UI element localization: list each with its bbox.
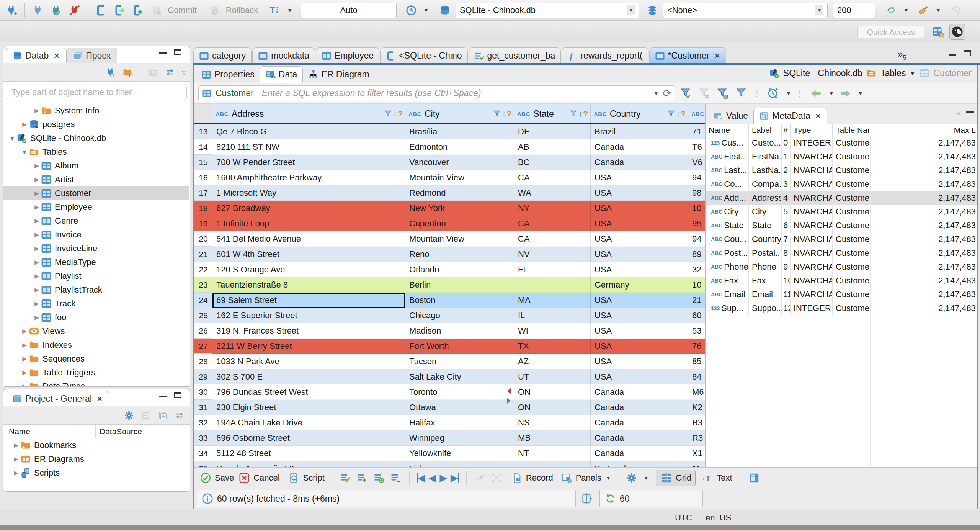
minimize-icon[interactable]	[949, 54, 956, 56]
table-row-28[interactable]: 281033 N Park AveTucsonAZUSA85	[194, 354, 706, 369]
table-row-30[interactable]: 30796 Dundas Street WestTorontoONCanadaM…	[194, 384, 706, 400]
column-header-state[interactable]: ABCState↕?	[514, 104, 591, 123]
link-with-editor-icon[interactable]	[173, 409, 186, 422]
cell-country[interactable]: USA	[591, 339, 688, 354]
edit-cell-icon[interactable]	[339, 471, 352, 484]
expand-arrow-icon[interactable]: ▶	[33, 300, 41, 307]
cell-city[interactable]: Mountain View	[405, 170, 514, 185]
nav-back-caret-icon[interactable]: ▼	[829, 90, 834, 97]
editor-tab-rewards-report-[interactable]: frewards_report(	[562, 47, 648, 64]
cell-postal[interactable]: 84	[688, 369, 706, 384]
row-number[interactable]: 16	[194, 170, 212, 185]
table-row-24[interactable]: 2469 Salem StreetBostonMAUSA21	[194, 293, 706, 308]
close-icon[interactable]: ✕	[714, 51, 720, 61]
sort-icon[interactable]: ↕	[676, 110, 680, 118]
remove-filter-icon[interactable]	[697, 86, 712, 101]
cell-address[interactable]: 5112 48 Street	[212, 446, 405, 461]
row-number[interactable]: 28	[194, 354, 212, 369]
cell-address[interactable]: 801 W 4th Street	[212, 247, 405, 262]
expand-arrow-icon[interactable]: ▶	[20, 342, 29, 348]
transaction-log-icon[interactable]: T	[267, 3, 283, 18]
cell-country[interactable]: USA	[591, 262, 688, 277]
cell-address[interactable]: Rua da Assunção 53	[212, 461, 405, 467]
cell-country[interactable]: USA	[591, 323, 688, 339]
auto-refresh-icon[interactable]	[766, 86, 781, 101]
cell-address[interactable]: 541 Del Medio Avenue	[212, 231, 405, 247]
text-view-button[interactable]: ‹T Text	[701, 471, 732, 484]
expand-icon[interactable]	[156, 409, 169, 422]
cell-state[interactable]: NT	[514, 446, 591, 461]
table-row-14[interactable]: 148210 111 ST NWEdmontonABCanadaT6	[194, 139, 706, 155]
expand-arrow-icon[interactable]: ▶	[33, 218, 41, 224]
minimize-icon[interactable]	[966, 111, 974, 113]
cell-city[interactable]: Redmond	[405, 185, 514, 201]
table-row-17[interactable]: 171 Microsoft WayRedmondWAUSA98	[194, 185, 706, 201]
column-number[interactable]: #	[782, 124, 791, 136]
column-type[interactable]: Type	[791, 124, 833, 136]
export-result-icon[interactable]	[474, 471, 487, 484]
row-number[interactable]: 17	[194, 185, 212, 201]
sql-editor-icon[interactable]	[93, 3, 109, 18]
cell-address[interactable]: 230 Elgin Street	[212, 400, 405, 415]
cell-city[interactable]: Toronto	[405, 384, 514, 400]
new-sql-editor-icon[interactable]	[130, 3, 145, 18]
key-question-icon[interactable]: ?	[681, 109, 686, 118]
expand-arrow-icon[interactable]: ▶	[20, 369, 29, 376]
table-row-27[interactable]: 272211 W Berry StreetFort WorthTXUSA76	[194, 339, 706, 354]
row-number[interactable]: 18	[194, 201, 212, 216]
collapse-arrow-icon[interactable]: ▼	[20, 149, 29, 155]
tree-item-customer[interactable]: ▶Customer	[3, 186, 189, 200]
last-row-icon[interactable]: ▶	[451, 473, 459, 483]
cell-country[interactable]: USA	[591, 216, 688, 231]
metadata-row-postal-[interactable]: ABCPost...Postal...8NVARCHARCustomer2,14…	[706, 246, 977, 260]
cell-postal[interactable]: 89	[688, 247, 706, 262]
table-row-20[interactable]: 20541 Del Medio AvenueMountain ViewCAUSA…	[194, 231, 706, 247]
cell-postal[interactable]: 60	[688, 308, 706, 323]
active-schema-combo[interactable]: <None> ▼	[663, 3, 828, 18]
tab-overflow-indicator[interactable]: »5	[897, 48, 906, 61]
table-row-15[interactable]: 15700 W Pender StreetVancouverBCCanadaV6	[194, 155, 706, 170]
table-row-35[interactable]: 35Rua da Assunção 53LisbonPortugal11	[194, 461, 706, 467]
rollback-button[interactable]: Rollback	[226, 5, 258, 15]
filter-funnel-icon[interactable]	[667, 110, 675, 118]
cell-country[interactable]: Canada	[591, 384, 688, 400]
cell-country[interactable]: Canada	[591, 139, 688, 155]
row-number[interactable]: 29	[194, 369, 212, 384]
tree-item-postgres[interactable]: ▶postgres	[3, 118, 189, 131]
cell-postal[interactable]: V6	[688, 155, 706, 170]
tab-projects[interactable]: Проек	[66, 48, 117, 63]
cell-address[interactable]: 2211 W Berry Street	[212, 339, 405, 354]
row-number[interactable]: 34	[194, 446, 212, 461]
delete-row-icon[interactable]	[389, 471, 402, 484]
filter-funnel-icon[interactable]	[569, 110, 578, 118]
row-number[interactable]: 22	[194, 262, 212, 277]
tree-item-sqlite-chinook-db[interactable]: ▼SQLite - Chinook.db	[3, 131, 189, 145]
editor-tab-mockdata[interactable]: mockdata	[252, 47, 315, 64]
expand-arrow-icon[interactable]: ▶	[33, 107, 41, 114]
tab-metadata[interactable]: MetaData ✕	[753, 108, 827, 124]
auto-refresh-caret-icon[interactable]: ▼	[786, 90, 791, 97]
cell-country[interactable]: Canada	[591, 446, 688, 461]
tree-item-table-triggers[interactable]: ▶Table Triggers	[3, 366, 189, 380]
cell-postal[interactable]: 95	[688, 216, 706, 231]
breadcrumb-table[interactable]: Customer	[933, 68, 972, 79]
cell-country[interactable]: Portugal	[591, 461, 688, 467]
apply-filter-icon[interactable]	[679, 86, 693, 101]
script-button[interactable]: Script	[287, 471, 325, 484]
cell-country[interactable]: Germany	[591, 277, 688, 293]
project-item-er-diagrams[interactable]: ▶ER Diagrams	[3, 452, 190, 466]
custom-filter-icon[interactable]	[734, 86, 748, 101]
editor-tab-category[interactable]: category	[193, 47, 252, 64]
cell-city[interactable]: Boston	[405, 293, 514, 308]
tab-project-general[interactable]: Project - General ✕	[6, 391, 109, 406]
editor-tab-get-customer-ba[interactable]: get_customer_ba	[469, 47, 561, 64]
row-number[interactable]: 23	[194, 277, 212, 293]
tab-database-navigator[interactable]: Datab ✕	[6, 48, 66, 63]
column-name[interactable]: Name	[706, 124, 749, 136]
connect-icon[interactable]	[30, 3, 46, 18]
expand-arrow-icon[interactable]: ▶	[20, 383, 29, 386]
perspective-dbeaver-icon[interactable]	[949, 24, 965, 40]
table-row-23[interactable]: 23Tauentzienstraße 8BerlinGermany10	[194, 277, 706, 293]
table-row-22[interactable]: 22120 S Orange AveOrlandoFLUSA32	[194, 262, 706, 277]
cell-country[interactable]: USA	[591, 185, 688, 201]
